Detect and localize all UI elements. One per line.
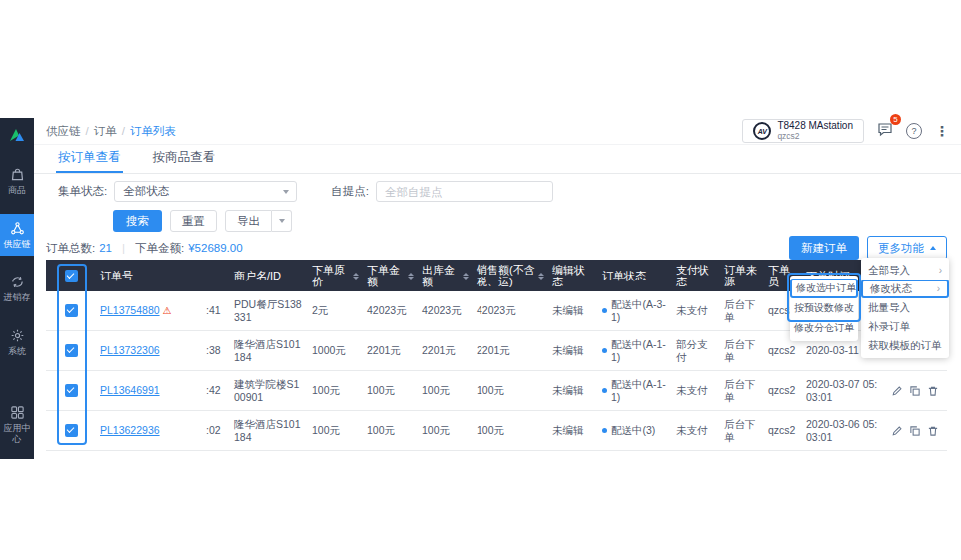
sidebar-item-goods[interactable]: 商品 (0, 160, 34, 202)
new-order-button[interactable]: 新建订单 (789, 236, 859, 260)
clerk-cell: qzcs2 (764, 424, 802, 437)
row-checkbox[interactable] (65, 344, 78, 357)
status-dot (602, 428, 607, 433)
column-header[interactable]: 下单原价 (308, 260, 363, 291)
column-header (204, 260, 230, 291)
pay-status-cell: 未支付 (672, 424, 720, 437)
column-header: 商户名/ID (230, 260, 308, 291)
cycle-icon (10, 274, 25, 289)
menu-item[interactable]: 修改分仓订单 (790, 318, 858, 338)
export-button[interactable]: 导出 (225, 210, 272, 232)
row-checkbox[interactable] (65, 304, 78, 317)
menu-item[interactable]: 补录订单 (861, 317, 949, 336)
edit-icon[interactable] (891, 385, 903, 397)
order-count-value: 21 (99, 242, 112, 254)
topbar: 供应链/订单/订单列表 AV T8428 MAstation qzcs2 5 (34, 118, 961, 145)
pickup-input[interactable] (376, 181, 553, 202)
column-header[interactable]: 销售额(不含税、运) (473, 260, 548, 291)
sidebar: 商品 供应链 进销存 系统 应用中心 (0, 118, 34, 459)
sort-icon[interactable] (408, 273, 414, 280)
outbound-amount-cell: 42023元 (418, 304, 473, 317)
sidebar-item-label: 商品 (8, 185, 26, 196)
pay-status-cell: 部分支付 (672, 338, 720, 364)
order-status-cell: 配送中(A-1-1) (598, 378, 672, 404)
sales-amount-cell: 2201元 (473, 344, 548, 357)
menu-item[interactable]: 修改状态› (861, 280, 949, 298)
sidebar-item-label: 供应链 (4, 239, 31, 250)
orig-price-cell: 100元 (308, 424, 363, 437)
order-no-cell: PL13732306 (96, 344, 204, 357)
order-link[interactable]: PL13646991 (100, 384, 160, 397)
outbound-amount-cell: 100元 (418, 424, 473, 437)
menu-item[interactable]: 获取模板的订单 (861, 336, 949, 355)
topbar-right: AV T8428 MAstation qzcs2 5 ? ⋮ (742, 119, 949, 143)
row-checkbox[interactable] (65, 424, 78, 437)
select-all-header (46, 260, 96, 291)
copy-icon[interactable] (909, 425, 921, 437)
sales-amount-cell: 42023元 (473, 304, 548, 317)
order-link[interactable]: PL13622936 (100, 424, 160, 437)
more-functions-button[interactable]: 更多功能 (867, 236, 947, 260)
search-button[interactable]: 搜索 (113, 210, 162, 232)
actions-cell (884, 425, 947, 437)
app-logo[interactable] (8, 126, 26, 144)
page: 商品 供应链 进销存 系统 应用中心 供应链/订单/订单列表 AV T8428 … (0, 0, 961, 560)
edit-icon[interactable] (891, 425, 903, 437)
menu-item[interactable]: 全部导入› (861, 261, 949, 280)
delete-icon[interactable] (927, 385, 939, 397)
filter-row: 集单状态: 全部状态 自提点: (58, 181, 553, 202)
tab-by-product[interactable]: 按商品查看 (151, 144, 218, 173)
sidebar-item-inventory[interactable]: 进销存 (0, 268, 34, 309)
messages-button[interactable]: 5 (877, 121, 893, 141)
order-link[interactable]: PL13754880 (100, 304, 160, 317)
sort-icon[interactable] (353, 273, 359, 280)
reset-button[interactable]: 重置 (170, 210, 217, 232)
caret-down-icon (283, 190, 289, 194)
order-no-cell: PL13646991 (96, 384, 204, 397)
column-header: 支付状态 (672, 260, 720, 291)
breadcrumb-item[interactable]: 订单 (94, 124, 117, 139)
export-dropdown-button[interactable] (272, 210, 292, 232)
breadcrumb-item[interactable]: 订单列表 (130, 124, 176, 139)
column-header[interactable]: 出库金额 (418, 260, 473, 291)
menu-item[interactable]: 修改选中订单 (790, 279, 858, 298)
sidebar-item-label: 应用中心 (0, 423, 34, 445)
sidebar-item-label: 系统 (8, 346, 26, 357)
breadcrumb-item[interactable]: 供应链 (46, 124, 81, 139)
source-cell: 后台下单 (720, 418, 764, 444)
column-header[interactable]: 下单金额 (363, 260, 418, 291)
menu-item[interactable]: 按预设数修改 (790, 298, 858, 318)
grid-icon (10, 404, 25, 420)
order-count-label: 订单总数: (46, 241, 95, 256)
status-filter-label: 集单状态: (58, 184, 107, 199)
clerk-cell: qzcs2 (764, 384, 802, 397)
status-dot (602, 348, 607, 353)
status-select-value: 全部状态 (123, 184, 169, 199)
orig-price-cell: 2元 (308, 304, 363, 317)
sort-icon[interactable] (538, 273, 544, 280)
status-select[interactable]: 全部状态 (114, 181, 297, 202)
select-all-checkbox[interactable] (65, 270, 78, 282)
vertical-dots-icon: ⋮ (935, 123, 949, 139)
help-button[interactable]: ? (906, 123, 922, 139)
table-row: PL13646991:42建筑学院楼S100901100元100元100元100… (46, 371, 947, 411)
more-menu: 全部导入›修改状态›批量导入补录订单获取模板的订单 (861, 258, 949, 358)
menu-item[interactable]: 批量导入 (861, 298, 949, 317)
order-amount-cell: 42023元 (363, 304, 418, 317)
tab-by-order[interactable]: 按订单查看 (56, 144, 123, 173)
delete-icon[interactable] (927, 425, 939, 437)
help-icon: ? (906, 123, 922, 139)
row-checkbox[interactable] (65, 384, 78, 397)
pickup-filter-label: 自提点: (331, 184, 369, 199)
row-select-cell (46, 384, 96, 397)
overflow-menu-button[interactable]: ⋮ (935, 123, 949, 139)
order-link[interactable]: PL13732306 (100, 344, 160, 357)
row-select-cell (46, 304, 96, 317)
copy-icon[interactable] (909, 385, 921, 397)
sidebar-item-system[interactable]: 系统 (0, 321, 34, 363)
sidebar-item-app-center[interactable]: 应用中心 (0, 398, 34, 451)
account-chip[interactable]: AV T8428 MAstation qzcs2 (742, 119, 864, 143)
sidebar-item-supply-chain[interactable]: 供应链 (0, 214, 34, 256)
sort-icon[interactable] (463, 273, 469, 280)
orig-price-cell: 100元 (308, 384, 363, 397)
